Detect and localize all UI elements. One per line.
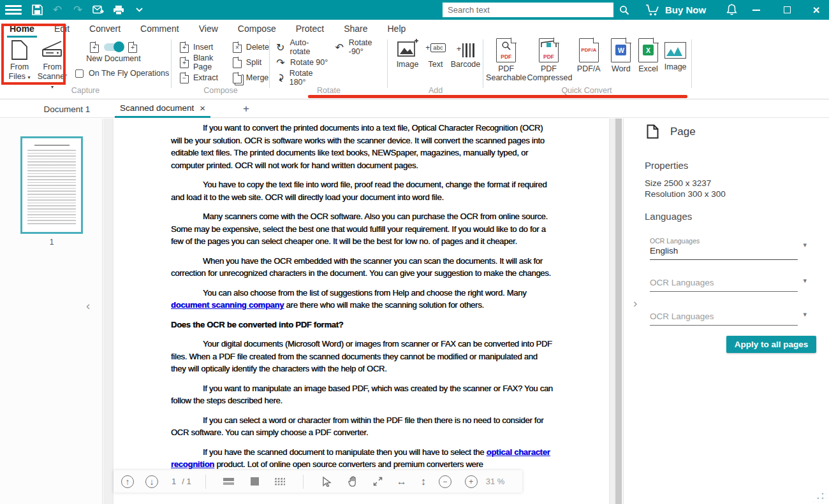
next-page-button[interactable]: ↓ (145, 475, 158, 488)
pdf-compressed-button[interactable]: PDF PDF Compressed (527, 37, 570, 82)
menu-tab-comment[interactable]: Comment (139, 22, 180, 36)
menu-tab-compose[interactable]: Compose (237, 22, 277, 36)
document-link[interactable]: document scanning company (171, 300, 284, 310)
ocr-language-dropdown-2[interactable]: OCR Languages ▾ (650, 278, 798, 292)
redo-icon[interactable]: ↷ (68, 0, 88, 20)
search-input[interactable] (443, 3, 613, 17)
grid-view-icon[interactable] (275, 478, 285, 486)
convert-image-button[interactable]: Image (661, 37, 689, 82)
cart-icon (645, 4, 659, 17)
merge-button[interactable]: Merge (233, 71, 269, 85)
single-page-view-icon[interactable] (251, 477, 259, 486)
split-button[interactable]: Split (233, 55, 269, 69)
collapse-left-panel-chevron-icon[interactable]: ‹ (86, 301, 90, 311)
blank-page-button[interactable]: +Blank Page (180, 55, 221, 69)
previous-page-button[interactable]: ↑ (121, 475, 134, 488)
ocr-language-dropdown-3[interactable]: OCR Languages ▾ (650, 312, 798, 326)
excel-icon: X (638, 38, 658, 62)
on-the-fly-checkbox-row[interactable]: On The Fly Operations (75, 69, 169, 78)
scrollbar-thumb[interactable] (615, 119, 622, 504)
buy-now-label: Buy Now (665, 4, 706, 15)
thumbnail-panel: 1 ‹ (0, 119, 103, 504)
buy-now-button[interactable]: Buy Now (645, 0, 706, 20)
document-paragraph: If you can select a word or character fr… (171, 414, 554, 439)
dropdown-caret-icon[interactable]: ▾ (803, 277, 807, 285)
insert-button[interactable]: +Insert (180, 40, 221, 54)
menu-tab-view[interactable]: View (198, 22, 219, 36)
ribbon-group-rotate: ↻Auto-rotate ↶Rotate -90° ↷Rotate 90° ↷R… (270, 37, 387, 99)
tab-document-1[interactable]: Document 1 (35, 100, 99, 118)
new-tab-button[interactable]: + (238, 100, 254, 118)
menu-tab-protect[interactable]: Protect (295, 22, 325, 36)
search-icon[interactable] (616, 0, 633, 20)
ocr-language-dropdown-1-label: OCR Languages (650, 237, 798, 245)
zoom-out-icon[interactable]: − (439, 475, 451, 488)
viewer-toolbar: ↑ ↓ 1 / 1 ↔ ↕ − (114, 470, 522, 493)
notification-bell-icon[interactable] (723, 0, 740, 20)
word-icon: W (611, 38, 631, 62)
extract-button[interactable]: −Extract (180, 71, 221, 85)
rotate-90-button[interactable]: ↷Rotate 90° (275, 55, 328, 69)
new-document-toggle[interactable] (104, 43, 123, 51)
delete-button[interactable]: ×Delete (233, 40, 269, 54)
rotate-minus-90-button[interactable]: ↶Rotate -90° (335, 40, 388, 54)
from-files-button[interactable]: From Files ▾ (4, 40, 34, 82)
insert-page-icon: + (180, 42, 189, 53)
document-viewer: If you want to convert the printed docum… (103, 119, 614, 504)
thumbnail-view-icon[interactable] (223, 477, 234, 486)
page-thumbnail[interactable] (20, 136, 83, 234)
document-text: Your digital documents (Microsoft Word) … (171, 339, 552, 373)
pdf-searchable-button[interactable]: PDF PDF Searchable (485, 37, 527, 82)
pdfa-button[interactable]: PDF/A PDF/A (570, 37, 607, 82)
collapse-right-panel-chevron-icon[interactable]: › (633, 298, 637, 308)
menu-tab-share[interactable]: Share (342, 22, 369, 36)
page-number-value[interactable]: 1 (172, 477, 176, 486)
fit-width-icon[interactable]: ↔ (397, 476, 407, 487)
menu-tab-help[interactable]: Help (386, 22, 407, 36)
document-scrollbar[interactable] (614, 119, 622, 504)
menu-tab-edit[interactable]: Edit (53, 22, 71, 36)
ocr-language-dropdown-1[interactable]: OCR Languages English ▾ (650, 237, 798, 260)
zoom-in-icon[interactable]: + (465, 475, 478, 488)
on-the-fly-label: On The Fly Operations (89, 69, 169, 78)
menu-tab-convert[interactable]: Convert (88, 22, 122, 36)
close-button[interactable]: × (805, 0, 828, 20)
document-text: If you have the scanned document to mani… (203, 447, 487, 457)
rotate-180-button[interactable]: ↷Rotate 180° (275, 71, 328, 85)
tab-close-icon[interactable]: × (200, 103, 205, 113)
merge-pages-icon (233, 73, 242, 83)
auto-rotate-button[interactable]: ↻Auto-rotate (275, 40, 328, 54)
convert-word-button[interactable]: W Word (607, 37, 635, 82)
document-text: If you want to manipulate an image based… (171, 384, 553, 406)
hamburger-menu-icon[interactable] (0, 0, 27, 20)
select-tool-icon[interactable] (323, 477, 332, 487)
ribbon-group-quick-convert: PDF PDF Searchable PDF PDF Compressed PD… (484, 37, 689, 99)
convert-excel-button[interactable]: X Excel (635, 37, 662, 82)
undo-icon[interactable]: ↶ (47, 0, 68, 20)
add-barcode-button[interactable]: + Barcode (450, 38, 481, 69)
share-email-icon[interactable] (88, 0, 108, 20)
tab-scanned-document[interactable]: Scanned document × (115, 100, 210, 118)
add-image-button[interactable]: Image (394, 38, 421, 69)
add-text-button[interactable]: +abc Text (423, 38, 448, 69)
dropdown-caret-icon[interactable]: ▾ (803, 310, 807, 319)
fit-height-icon[interactable]: ↕ (421, 476, 426, 487)
minimize-button[interactable] (745, 0, 768, 20)
apply-to-all-pages-button[interactable]: Apply to all pages (726, 336, 816, 353)
content-area: 1 ‹ If you want to convert the printed d… (0, 119, 829, 504)
maximize-button[interactable] (775, 0, 798, 20)
save-icon[interactable] (27, 0, 47, 20)
fullscreen-icon[interactable] (373, 477, 383, 486)
zoom-level-value[interactable]: 31 % (486, 477, 505, 486)
menu-tab-home[interactable]: Home (8, 22, 36, 36)
scanner-icon (36, 40, 69, 61)
print-icon[interactable] (108, 0, 129, 20)
on-the-fly-checkbox[interactable] (75, 69, 84, 78)
add-group-label: Add (388, 86, 483, 95)
toolbar-expand-chevron-icon[interactable] (129, 0, 149, 20)
hand-pan-tool-icon[interactable] (348, 476, 358, 487)
page-size-value: Size 2500 x 3237 (645, 178, 711, 188)
extract-page-icon: − (180, 73, 189, 83)
from-scanner-button[interactable]: From Scanner ▾ (36, 40, 69, 92)
dropdown-caret-icon[interactable]: ▾ (803, 241, 807, 249)
